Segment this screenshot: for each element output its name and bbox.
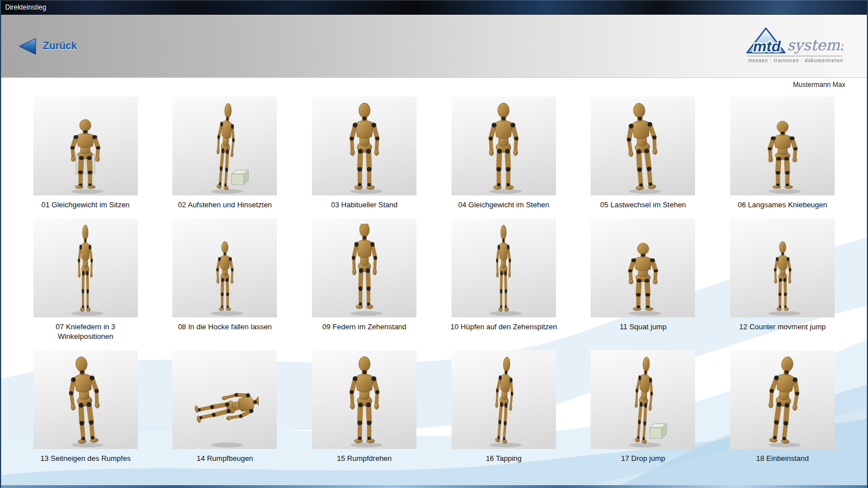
exercise-tile[interactable]: 16 Tapping	[452, 350, 556, 463]
exercise-tile[interactable]: 17 Drop jump	[591, 350, 695, 463]
mannequin-figure-icon	[51, 355, 119, 449]
exercise-label: 13 Seitneigen des Rumpfes	[40, 454, 131, 463]
window-bottom-border	[1, 485, 867, 488]
figure-shadow	[769, 189, 801, 194]
exercise-label: 15 Rumpfdrehen	[337, 454, 392, 463]
exercise-label: 08 In die Hocke fallen lassen	[178, 323, 272, 332]
mannequin-figure-icon	[51, 102, 119, 195]
box-prop	[232, 170, 249, 185]
mannequin-figure-icon	[191, 224, 259, 317]
exercise-tile[interactable]: 05 Lastwechsel im Stehen	[591, 97, 695, 210]
header-bar: Zurück mtd systems messen · trainieren ·…	[1, 15, 867, 78]
logo-systems-text: systems	[787, 36, 843, 54]
exercise-thumbnail[interactable]	[452, 97, 556, 195]
exercise-label: 01 Gleichgewicht im Sitzen	[41, 201, 129, 210]
window-titlebar[interactable]: Direkteinstieg	[1, 0, 867, 15]
exercise-thumbnail[interactable]	[591, 97, 695, 195]
exercise-thumbnail[interactable]	[730, 219, 835, 317]
exercise-tile[interactable]: 13 Seitneigen des Rumpfes	[33, 350, 138, 463]
exercise-label: 05 Lastwechsel im Stehen	[600, 201, 686, 210]
mannequin-figure-icon	[749, 102, 817, 195]
user-name-label: Mustermann Max	[793, 81, 845, 89]
exercise-label: 06 Langsames Kniebeugen	[738, 201, 827, 210]
exercise-tile[interactable]: 03 Habitueller Stand	[312, 97, 416, 210]
exercise-thumbnail[interactable]	[452, 350, 556, 449]
exercise-tile[interactable]: 12 Counter movment jump	[730, 219, 835, 341]
exercise-tile[interactable]: 01 Gleichgewicht im Sitzen	[33, 97, 138, 210]
mannequin-figure-icon	[470, 102, 537, 195]
exercise-label: 16 Tapping	[486, 454, 522, 463]
exercise-thumbnail[interactable]	[730, 97, 835, 195]
figure-shadow	[489, 311, 522, 316]
exercise-label: 11 Squat jump	[620, 323, 667, 332]
figure-shadow	[211, 311, 243, 316]
figure-shadow	[629, 189, 661, 194]
exercise-tile[interactable]: 08 In die Hocke fallen lassen	[172, 219, 277, 341]
mannequin-figure-icon	[51, 224, 119, 317]
exercise-tile[interactable]: 07 Kniefedern in 3 Winkelpositionen	[33, 219, 138, 341]
exercise-thumbnail[interactable]	[33, 97, 138, 195]
mannequin-figure-icon	[191, 102, 259, 195]
exercise-tile[interactable]: 18 Einbeinstand	[730, 350, 835, 463]
mannequin-figure-icon	[331, 224, 398, 317]
exercise-thumbnail[interactable]	[33, 350, 138, 449]
exercise-thumbnail[interactable]	[312, 219, 416, 317]
mannequin-figure-icon	[331, 102, 398, 195]
exercise-tile[interactable]: 09 Federn im Zehenstand	[312, 219, 416, 341]
exercise-label: 14 Rumpfbeugen	[197, 454, 253, 463]
exercise-thumbnail[interactable]	[33, 219, 138, 317]
mannequin-figure-icon	[749, 355, 817, 449]
exercise-thumbnail[interactable]	[591, 219, 695, 317]
figure-shadow	[629, 311, 661, 316]
back-arrow-icon	[17, 38, 36, 55]
main-content: Zurück mtd systems messen · trainieren ·…	[1, 15, 867, 485]
figure-shadow	[211, 442, 243, 447]
logo-mtd-text: mtd	[753, 38, 781, 55]
exercise-tile[interactable]: 14 Rumpfbeugen	[172, 350, 277, 463]
exercise-label: 17 Drop jump	[621, 454, 665, 463]
exercise-thumbnail[interactable]	[172, 219, 277, 317]
mannequin-figure-icon	[749, 224, 817, 317]
exercise-thumbnail[interactable]	[591, 350, 695, 449]
exercise-thumbnail[interactable]	[452, 219, 556, 317]
exercise-label: 03 Habitueller Stand	[331, 201, 398, 210]
exercise-label: 04 Gleichgewicht im Stehen	[458, 201, 549, 210]
back-button[interactable]: Zurück	[17, 38, 77, 55]
figure-shadow	[71, 311, 103, 316]
figure-shadow	[350, 189, 383, 194]
exercise-thumbnail[interactable]	[172, 350, 277, 449]
exercise-grid: 01 Gleichgewicht im Sitzen02 Aufstehen u…	[1, 90, 867, 463]
exercise-thumbnail[interactable]	[172, 97, 277, 195]
exercise-tile[interactable]: 15 Rumpfdrehen	[312, 350, 416, 463]
mannequin-figure-icon	[470, 224, 537, 317]
mannequin-figure-icon	[609, 102, 677, 195]
logo-tagline: messen · trainieren · dokumentieren	[748, 58, 843, 63]
mannequin-figure-icon	[609, 224, 677, 317]
exercise-label: 10 Hüpfen auf den Zehenspitzen	[450, 323, 557, 332]
app-window: Direkteinstieg	[0, 0, 868, 488]
exercise-thumbnail[interactable]	[730, 350, 835, 449]
exercise-thumbnail[interactable]	[312, 97, 416, 195]
exercise-tile[interactable]: 04 Gleichgewicht im Stehen	[452, 97, 556, 210]
back-button-label: Zurück	[43, 40, 77, 52]
mannequin-figure-icon	[470, 355, 537, 449]
exercise-label: 07 Kniefedern in 3 Winkelpositionen	[56, 323, 116, 341]
mtd-systems-logo: mtd systems messen · trainieren · dokume…	[746, 27, 843, 68]
exercise-thumbnail[interactable]	[312, 350, 416, 449]
exercise-tile[interactable]: 10 Hüpfen auf den Zehenspitzen	[450, 219, 557, 341]
exercise-tile[interactable]: 11 Squat jump	[591, 219, 695, 341]
figure-shadow	[71, 189, 103, 194]
figure-shadow	[489, 189, 522, 194]
exercise-tile[interactable]: 02 Aufstehen und Hinsetzten	[172, 97, 277, 210]
figure-shadow	[769, 311, 801, 316]
mannequin-figure-icon	[331, 355, 398, 449]
figure-shadow	[350, 311, 383, 316]
exercise-label: 02 Aufstehen und Hinsetzten	[178, 201, 272, 210]
mannequin-figure-icon	[609, 355, 677, 449]
exercise-label: 12 Counter movment jump	[739, 323, 826, 332]
box-prop	[650, 424, 667, 438]
figure-shadow	[71, 442, 103, 447]
exercise-tile[interactable]: 06 Langsames Kniebeugen	[730, 97, 835, 210]
exercise-label: 09 Federn im Zehenstand	[322, 323, 406, 332]
figure-shadow	[350, 442, 383, 447]
